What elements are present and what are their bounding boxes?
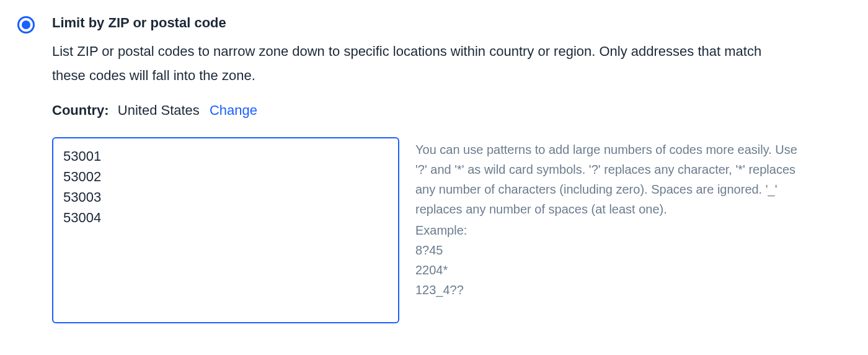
country-label: Country: [52,102,109,118]
option-description: List ZIP or postal codes to narrow zone … [52,40,784,88]
change-country-link[interactable]: Change [210,102,257,118]
radio-wrapper [17,15,35,34]
zip-limit-option: Limit by ZIP or postal code List ZIP or … [17,15,851,323]
zip-codes-textarea[interactable] [52,137,399,323]
help-patterns-text: You can use patterns to add large number… [415,143,797,216]
country-row: Country: United States Change [52,102,851,119]
option-content: Limit by ZIP or postal code List ZIP or … [52,15,851,323]
limit-by-zip-radio[interactable] [17,16,35,34]
zip-help-text: You can use patterns to add large number… [415,137,800,300]
radio-selected-icon [22,20,30,29]
help-example-3: 123_4?? [415,280,800,300]
help-example-1: 8?45 [415,240,800,260]
zip-and-help-row: You can use patterns to add large number… [52,137,851,323]
help-example-label: Example: [415,220,800,240]
help-example-2: 2204* [415,260,800,280]
country-value: United States [118,102,200,118]
option-title: Limit by ZIP or postal code [52,15,851,31]
